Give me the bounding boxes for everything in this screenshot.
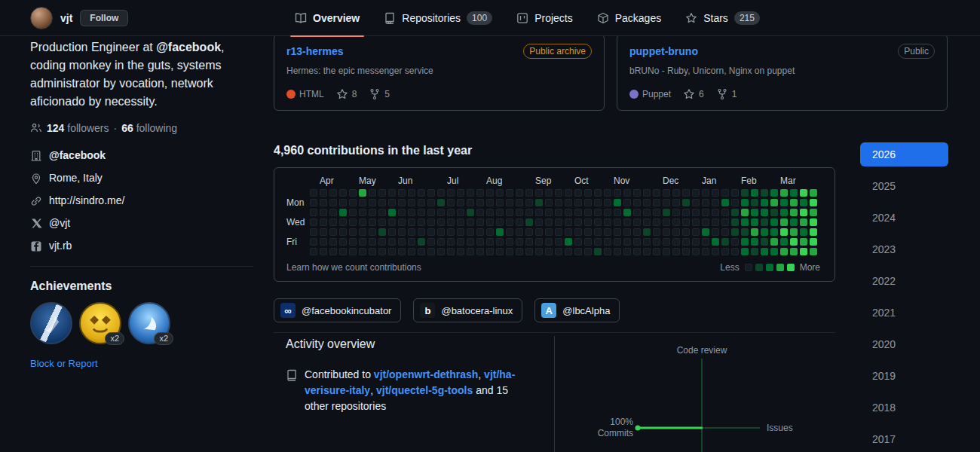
contribution-cell[interactable]	[614, 248, 621, 255]
contribution-cell[interactable]	[506, 218, 513, 226]
contribution-cell[interactable]	[496, 248, 504, 255]
contribution-cell[interactable]	[780, 218, 788, 226]
contribution-cell[interactable]	[623, 228, 631, 236]
year-2017[interactable]: 2017	[860, 427, 948, 451]
contribution-cell[interactable]	[741, 248, 749, 255]
year-2026[interactable]: 2026	[860, 142, 948, 166]
contribution-cell[interactable]	[369, 238, 376, 246]
contribution-cell[interactable]	[447, 228, 455, 236]
contribution-cell[interactable]	[525, 218, 533, 226]
contribution-cell[interactable]	[584, 238, 592, 246]
contribution-cell[interactable]	[800, 248, 807, 255]
contribution-cell[interactable]	[525, 238, 533, 246]
contribution-cell[interactable]	[663, 248, 670, 255]
contribution-cell[interactable]	[378, 199, 386, 206]
contribution-cell[interactable]	[486, 199, 494, 206]
contribution-cell[interactable]	[800, 218, 807, 226]
contribution-cell[interactable]	[810, 199, 817, 206]
contribution-cell[interactable]	[574, 228, 582, 236]
contribution-cell[interactable]	[486, 228, 494, 236]
contribution-cell[interactable]	[476, 218, 484, 226]
contribution-cell[interactable]	[555, 199, 562, 206]
repo-name-link[interactable]: puppet-bruno	[629, 45, 698, 57]
contribution-cell[interactable]	[486, 238, 494, 246]
contribution-cell[interactable]	[663, 199, 670, 206]
contribution-cell[interactable]	[682, 189, 690, 197]
repo-stars[interactable]: 6	[683, 88, 704, 100]
contribution-cell[interactable]	[329, 228, 337, 236]
contribution-cell[interactable]	[398, 218, 406, 226]
block-or-report-link[interactable]: Block or Report	[30, 358, 98, 369]
contribution-cell[interactable]	[310, 228, 317, 236]
repo-stars[interactable]: 8	[336, 88, 357, 100]
contribution-cell[interactable]	[702, 199, 709, 206]
contribution-cell[interactable]	[320, 248, 327, 255]
contribution-cell[interactable]	[525, 248, 533, 255]
contribution-cell[interactable]	[604, 189, 611, 197]
year-2025[interactable]: 2025	[860, 174, 948, 198]
contribution-cell[interactable]	[800, 189, 807, 197]
contribution-cell[interactable]	[790, 218, 798, 226]
contribution-cell[interactable]	[614, 228, 621, 236]
contribution-cell[interactable]	[359, 238, 366, 246]
contribution-cell[interactable]	[780, 238, 788, 246]
contribution-cell[interactable]	[751, 209, 758, 216]
contribution-cell[interactable]	[467, 189, 474, 197]
contribution-cell[interactable]	[388, 228, 396, 236]
contribution-cell[interactable]	[545, 199, 553, 206]
contribution-cell[interactable]	[555, 218, 562, 226]
contribution-cell[interactable]	[761, 189, 768, 197]
contribution-cell[interactable]	[692, 228, 700, 236]
achievement-badge-3[interactable]: x2	[128, 302, 170, 344]
contribution-cell[interactable]	[378, 228, 386, 236]
contribution-cell[interactable]	[653, 218, 660, 226]
contribution-cell[interactable]	[663, 209, 670, 216]
contribution-cell[interactable]	[761, 218, 768, 226]
contribution-cell[interactable]	[594, 209, 602, 216]
contribution-cell[interactable]	[721, 199, 729, 206]
contribution-cell[interactable]	[565, 209, 572, 216]
contribution-cell[interactable]	[702, 218, 709, 226]
contribution-cell[interactable]	[545, 228, 553, 236]
contribution-cell[interactable]	[310, 238, 317, 246]
contribution-cell[interactable]	[388, 209, 396, 216]
contribution-cell[interactable]	[712, 189, 719, 197]
avatar[interactable]	[30, 7, 53, 29]
contribution-cell[interactable]	[741, 218, 749, 226]
contribution-cell[interactable]	[604, 228, 611, 236]
contribution-cell[interactable]	[623, 209, 631, 216]
contribution-cell[interactable]	[320, 199, 327, 206]
website-link[interactable]: http://sindro.me/	[49, 193, 124, 209]
contribution-cell[interactable]	[663, 238, 670, 246]
contribution-cell[interactable]	[359, 189, 366, 197]
contribution-cell[interactable]	[535, 218, 543, 226]
contribution-cell[interactable]	[359, 218, 366, 226]
contribution-cell[interactable]	[770, 218, 778, 226]
contribution-cell[interactable]	[535, 228, 543, 236]
contribution-cell[interactable]	[447, 238, 455, 246]
contribution-cell[interactable]	[457, 228, 464, 236]
contribution-cell[interactable]	[378, 209, 386, 216]
contribution-cell[interactable]	[447, 199, 455, 206]
contribution-cell[interactable]	[349, 218, 357, 226]
contribution-cell[interactable]	[604, 199, 611, 206]
contribution-cell[interactable]	[643, 248, 651, 255]
contribution-cell[interactable]	[408, 228, 415, 236]
contribution-cell[interactable]	[643, 199, 651, 206]
contribution-cell[interactable]	[594, 238, 602, 246]
contribution-cell[interactable]	[574, 199, 582, 206]
contribution-cell[interactable]	[457, 248, 464, 255]
contribution-cell[interactable]	[310, 199, 317, 206]
contribution-cell[interactable]	[555, 189, 562, 197]
contribution-cell[interactable]	[310, 218, 317, 226]
contribution-cell[interactable]	[614, 218, 621, 226]
contribution-cell[interactable]	[731, 248, 739, 255]
contribution-cell[interactable]	[545, 248, 553, 255]
contribution-cell[interactable]	[369, 199, 376, 206]
contribution-cell[interactable]	[712, 248, 719, 255]
contribution-cell[interactable]	[653, 209, 660, 216]
year-2020[interactable]: 2020	[860, 332, 948, 356]
contribution-cell[interactable]	[770, 238, 778, 246]
bio-mention-link[interactable]: @facebook	[156, 41, 221, 53]
follow-button[interactable]: Follow	[80, 10, 128, 26]
